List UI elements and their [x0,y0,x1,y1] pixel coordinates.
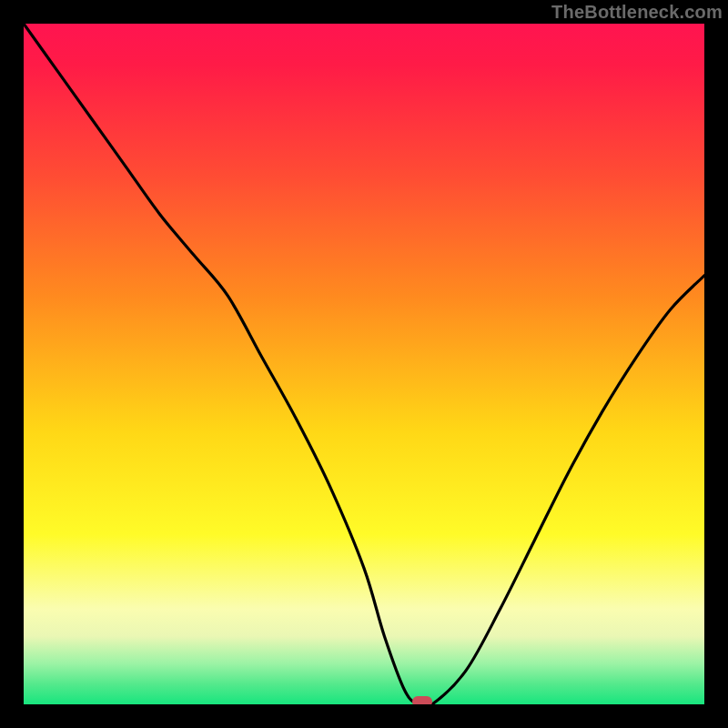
optimum-marker [412,696,432,704]
chart-frame: TheBottleneck.com [0,0,728,728]
watermark-text: TheBottleneck.com [551,2,723,23]
plot-area [24,24,704,704]
bottleneck-curve [24,24,704,704]
